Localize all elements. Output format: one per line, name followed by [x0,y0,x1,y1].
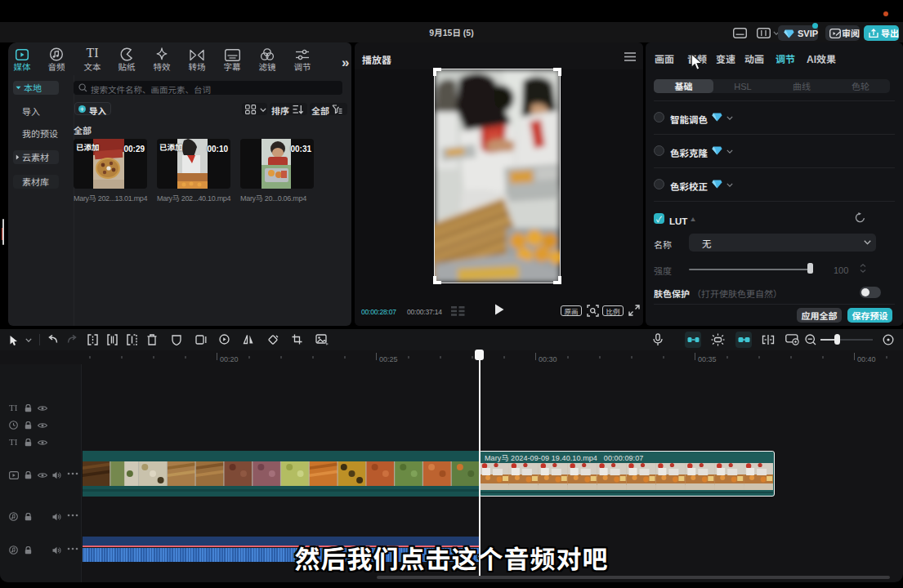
svg-text:Mary马 2024-09-09 19.40.10.mp4: Mary马 2024-09-09 19.40.10.mp4 00:00:09:0… [485,453,643,461]
